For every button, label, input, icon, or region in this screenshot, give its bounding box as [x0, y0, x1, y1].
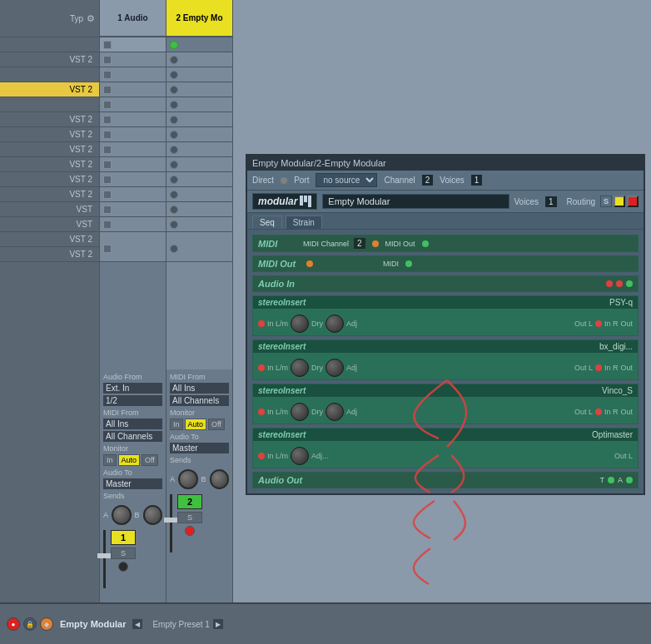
sidebar-item-vst2-highlight[interactable]: VST 2	[0, 82, 99, 97]
sidebar-item-9[interactable]: VST 2	[0, 172, 99, 187]
track1-check-4[interactable]	[103, 101, 112, 109]
sidebar-item-7[interactable]: VST 2	[0, 142, 99, 157]
track2-circle-11[interactable]	[170, 206, 178, 214]
sidebar-item-8[interactable]: VST 2	[0, 157, 99, 172]
ch1-fader[interactable]	[103, 530, 106, 597]
ch1-monitor-off[interactable]: Off	[142, 454, 158, 466]
si2-in-dot[interactable]	[258, 364, 265, 371]
si2-outl-dot[interactable]	[595, 364, 602, 371]
voices2-value[interactable]: 1	[545, 196, 557, 207]
si3-in-dot[interactable]	[258, 409, 265, 415]
sidebar-item-0[interactable]	[0, 37, 99, 52]
preset-next-btn[interactable]: ▶	[213, 619, 223, 629]
ch2-number[interactable]: 2	[177, 494, 202, 509]
si1-adj-knob[interactable]	[326, 315, 344, 333]
si2-adj-knob[interactable]	[326, 359, 344, 377]
ch2-monitor-auto[interactable]: Auto	[185, 419, 207, 430]
track1-check-3[interactable]	[103, 86, 112, 94]
sidebar-item-5[interactable]: VST 2	[0, 112, 99, 127]
ch1-audio-from-sub[interactable]: 1/2	[103, 395, 162, 406]
track2-circle-3[interactable]	[170, 86, 178, 94]
ch1-audio-to-value[interactable]: Master	[103, 478, 162, 489]
sidebar-item-2[interactable]	[0, 67, 99, 82]
ch2-monitor-off[interactable]: Off	[208, 419, 225, 430]
routing-red-btn[interactable]	[627, 196, 639, 207]
si1-outl-dot[interactable]	[595, 320, 602, 327]
midi-out-recv-dot[interactable]	[405, 260, 412, 267]
track2-circle-9[interactable]	[170, 176, 178, 184]
ch2-fader[interactable]	[170, 494, 172, 561]
direct-dot[interactable]	[281, 177, 287, 184]
ch2-send-b-knob[interactable]	[210, 469, 229, 489]
track2-circle-6[interactable]	[170, 131, 178, 139]
ch1-solo[interactable]: S	[111, 547, 136, 559]
instrument-name-field[interactable]: Empty Modular	[322, 194, 509, 209]
track1-check-8[interactable]	[103, 161, 112, 169]
ch2-active-dot[interactable]	[185, 526, 195, 536]
sidebar-item-13[interactable]: VST 2	[0, 232, 99, 247]
ch1-monitor-auto[interactable]: Auto	[118, 454, 141, 466]
track2-circle-12[interactable]	[170, 220, 178, 229]
si1-in-dot[interactable]	[258, 320, 265, 327]
voices-value[interactable]: 1	[471, 175, 483, 186]
ch1-monitor-in[interactable]: In	[103, 454, 117, 466]
track2-circle-8[interactable]	[170, 161, 178, 169]
track2-circle-7[interactable]	[170, 146, 178, 154]
ch2-midi-from-value[interactable]: All Ins	[170, 383, 229, 394]
track1-check-12[interactable]	[103, 220, 112, 229]
track2-circle-1[interactable]	[170, 56, 178, 64]
midi-out-send-dot[interactable]	[306, 260, 313, 267]
audio-out-dot2[interactable]	[626, 477, 633, 483]
track1-check-0[interactable]	[103, 41, 112, 49]
track1-check-10[interactable]	[103, 191, 112, 199]
track1-header[interactable]: 1 Audio	[100, 0, 166, 37]
sidebar-item-12[interactable]: VST	[0, 217, 99, 232]
si4-in-dot[interactable]	[258, 453, 265, 459]
midi-channel-value[interactable]: 2	[354, 238, 365, 249]
si4-plugin-name[interactable]: Optimaster	[592, 430, 633, 439]
tab-strain[interactable]: Strain	[286, 215, 322, 229]
track1-check-2[interactable]	[103, 71, 112, 79]
ch1-midi-from-sub[interactable]: All Channels	[103, 431, 162, 442]
routing-s-btn[interactable]: S	[600, 196, 612, 207]
si2-plugin-name[interactable]: bx_digi...	[599, 342, 633, 351]
ch2-solo[interactable]: S	[177, 512, 202, 523]
midi-out-dot[interactable]	[422, 240, 429, 247]
lock-btn[interactable]: 🔒	[23, 617, 37, 631]
ch1-midi-from-value[interactable]: All Ins	[103, 419, 162, 429]
ch1-send-a-knob[interactable]	[112, 505, 131, 525]
track1-check-7[interactable]	[103, 146, 112, 154]
si3-outl-dot[interactable]	[595, 409, 602, 415]
track2-circle-13[interactable]	[170, 245, 178, 253]
preset-prev-btn[interactable]: ◀	[132, 619, 142, 629]
track1-check-11[interactable]	[103, 206, 112, 214]
routing-yellow-btn[interactable]	[614, 196, 625, 207]
si1-dry-knob[interactable]	[291, 315, 309, 333]
track2-circle-10[interactable]	[170, 191, 178, 199]
audio-in-dot2[interactable]	[616, 280, 623, 287]
audio-out-dot1[interactable]	[608, 477, 614, 483]
sidebar-item-14[interactable]: VST 2	[0, 247, 99, 262]
track1-check-1[interactable]	[103, 56, 112, 64]
ch1-fader-handle[interactable]	[97, 553, 111, 558]
si4-dry-knob[interactable]	[291, 447, 309, 465]
ch2-monitor-in[interactable]: In	[170, 419, 183, 430]
ch2-midi-from-sub[interactable]: All Channels	[170, 395, 229, 406]
si3-plugin-name[interactable]: Vinco_S	[602, 386, 633, 395]
track1-check-13[interactable]	[103, 245, 112, 253]
track2-header[interactable]: 2 Empty Mo	[166, 0, 232, 37]
ch1-active-dot[interactable]	[118, 562, 128, 572]
audio-in-dot3[interactable]	[626, 280, 633, 287]
channel-value[interactable]: 2	[422, 175, 434, 186]
ch2-send-a-knob[interactable]	[178, 469, 197, 489]
track2-circle-0[interactable]	[170, 41, 178, 49]
sidebar-item-11[interactable]: VST	[0, 202, 99, 217]
sidebar-item-6[interactable]: VST 2	[0, 127, 99, 142]
sidebar-item-10[interactable]: VST 2	[0, 187, 99, 202]
track2-circle-2[interactable]	[170, 71, 178, 79]
track1-check-6[interactable]	[103, 131, 112, 139]
settings-icon[interactable]: ⚙	[87, 13, 95, 24]
track1-check-9[interactable]	[103, 176, 112, 184]
ch2-audio-to-value[interactable]: Master	[170, 443, 229, 453]
ch1-number[interactable]: 1	[111, 530, 136, 545]
